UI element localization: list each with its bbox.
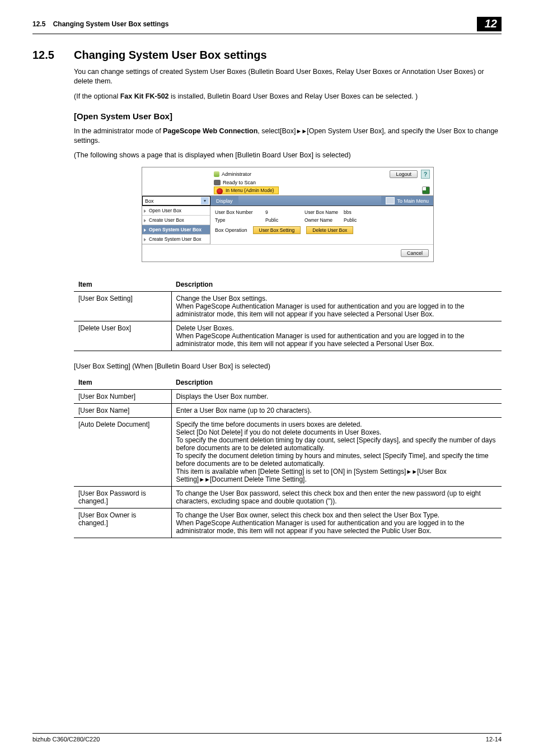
sidebar-item-open-user-box[interactable]: Open User Box (142, 206, 210, 216)
footer-left: bizhub C360/C280/C220 (32, 736, 100, 743)
intro-p1: You can change settings of created Syste… (74, 67, 502, 86)
table2-caption: [User Box Setting] (When [Bulletin Board… (74, 362, 502, 370)
arrow-icon: ►► (406, 468, 417, 475)
intro-p2-pre: (If the optional (74, 92, 120, 100)
t2-h-item: Item (74, 376, 171, 390)
intro-p2-bold: Fax Kit FK-502 (120, 92, 169, 100)
t2-r4-desc: To change the User Box owner, select thi… (171, 508, 502, 538)
t2-r1-desc: Enter a User Box name (up to 20 characte… (171, 404, 502, 418)
to-main-menu-label: To Main Menu (397, 198, 429, 204)
t1-r0-item: [User Box Setting] (74, 292, 171, 321)
page-footer: bizhub C360/C280/C220 12-14 (32, 733, 502, 743)
header-section-ref: 12.5 (32, 20, 45, 28)
scanner-icon (214, 180, 221, 185)
t1-h-item: Item (74, 278, 171, 292)
section-number: 12.5 (32, 49, 64, 62)
sidebar-item-create-system-user-box[interactable]: Create System User Box (142, 235, 210, 244)
t2-r2-c: [Document Delete Time Setting]. (210, 475, 307, 483)
logout-button[interactable]: Logout (390, 170, 418, 178)
t1-r1-item: [Delete User Box] (74, 321, 171, 351)
cancel-button[interactable]: Cancel (401, 249, 429, 257)
intro-p2: (If the optional Fax Kit FK-502 is insta… (74, 92, 502, 101)
t2-r0-item: [User Box Number] (74, 390, 171, 404)
table-row: [Delete User Box] Delete User Boxes. Whe… (74, 321, 502, 351)
t1-r1-bold: PageScope Authentication Manager (195, 332, 302, 340)
sidebar-item-create-user-box[interactable]: Create User Box (142, 216, 210, 225)
table-row: [User Box Password is changed.] To chang… (74, 487, 502, 508)
intro-p2-post: is installed, Bulletin Board User Boxes … (169, 92, 418, 100)
type-value: Public (265, 217, 305, 223)
admin-icon (214, 171, 219, 177)
admin-text: Administrator (222, 171, 251, 177)
display-button[interactable]: Display (210, 196, 238, 206)
ubname-value: bbs (344, 209, 377, 215)
t2-r2-desc: Specify the time before documents in use… (171, 418, 502, 487)
admin-mode-chip: In Menu (Admin Mode) (214, 186, 279, 194)
screenshot-container: Administrator Logout ? Ready to Scan In … (74, 167, 502, 262)
ready-to-scan-label: Ready to Scan (223, 180, 256, 185)
category-select[interactable]: Box ▾ (142, 196, 210, 206)
category-select-value: Box (145, 198, 154, 204)
box-operation-label: Box Operation (215, 227, 247, 233)
open-box-p1-bold: PageScope Web Connection (163, 127, 257, 135)
page-header: 12.5 Changing System User Box settings 1… (32, 17, 502, 34)
main-menu-icon (386, 197, 395, 204)
table-row: [User Box Name] Enter a User Box name (u… (74, 404, 502, 418)
arrow-icon: ►► (296, 128, 307, 134)
t2-r4-bold: PageScope Authentication Manager (195, 519, 302, 527)
ubn-value: 9 (265, 209, 305, 215)
ubn-label: User Box Number (215, 209, 265, 215)
t2-r3-desc: To change the User Box password, select … (171, 487, 502, 508)
table-row: [User Box Owner is changed.] To change t… (74, 508, 502, 538)
help-icon[interactable]: ? (421, 170, 430, 179)
t1-r1-desc: Delete User Boxes. When PageScope Authen… (171, 321, 502, 351)
to-main-menu-button[interactable]: To Main Menu (381, 196, 433, 206)
t2-r2-a: Specify the time before documents in use… (176, 421, 496, 475)
t2-r4-item: [User Box Owner is changed.] (74, 508, 171, 538)
type-label: Type (215, 217, 265, 223)
arrow-icon: ►► (199, 476, 210, 483)
side-nav: Open User Box Create User Box Open Syste… (142, 206, 210, 244)
t2-h-desc: Description (171, 376, 502, 390)
open-system-user-box-heading: [Open System User Box] (74, 111, 502, 121)
t1-r0-desc: Change the User Box settings. When PageS… (171, 292, 502, 321)
header-left: 12.5 Changing System User Box settings (32, 20, 168, 28)
toolbar-fill (238, 196, 382, 206)
table-row: [User Box Setting] Change the User Box s… (74, 292, 502, 321)
admin-label: Administrator (214, 171, 251, 177)
section-title: Changing System User Box settings (74, 49, 267, 62)
t1-r0-bold: PageScope Authentication Manager (195, 302, 302, 310)
open-box-p2: (The following shows a page that is disp… (74, 151, 502, 160)
table-row: [Auto Delete Document] Specify the time … (74, 418, 502, 487)
section-heading-row: 12.5 Changing System User Box settings (32, 49, 502, 62)
status-row: Ready to Scan (214, 180, 433, 185)
ubname-label: User Box Name (305, 209, 344, 215)
chapter-badge: 12 (477, 17, 502, 31)
delete-user-box-button[interactable]: Delete User Box (306, 226, 353, 234)
t2-r2-item: [Auto Delete Document] (74, 418, 171, 487)
user-box-setting-button[interactable]: User Box Setting (253, 226, 301, 234)
table-item-description-1: Item Description [User Box Setting] Chan… (74, 278, 502, 351)
header-section-name: Changing System User Box settings (53, 20, 169, 28)
footer-right: 12-14 (486, 736, 502, 743)
t2-r0-desc: Displays the User Box number. (171, 390, 502, 404)
sidebar-item-open-system-user-box[interactable]: Open System User Box (142, 225, 210, 235)
t1-h-desc: Description (171, 278, 502, 292)
owner-value: Public (344, 217, 377, 223)
table-item-description-2: Item Description [User Box Number] Displ… (74, 376, 502, 538)
screenshot: Administrator Logout ? Ready to Scan In … (142, 167, 434, 262)
chevron-down-icon: ▾ (201, 197, 209, 204)
table-row: [User Box Number] Displays the User Box … (74, 390, 502, 404)
t2-r3-item: [User Box Password is changed.] (74, 487, 171, 508)
screenshot-main: User Box Number 9 User Box Name bbs Type… (210, 206, 433, 244)
open-box-p1: In the administrator mode of PageScope W… (74, 127, 502, 146)
t2-r1-item: [User Box Name] (74, 404, 171, 418)
open-box-p1-mid: , select[Box] (257, 127, 296, 135)
open-box-p1-pre: In the administrator mode of (74, 127, 163, 135)
owner-label: Owner Name (305, 217, 344, 223)
refresh-icon[interactable] (422, 186, 430, 194)
